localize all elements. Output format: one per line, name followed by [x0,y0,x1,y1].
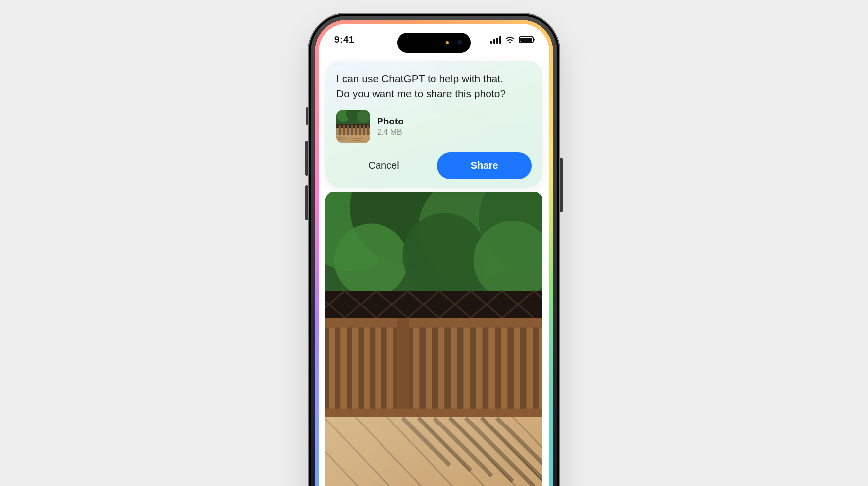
svg-rect-47 [364,327,370,412]
svg-rect-51 [413,327,420,412]
iphone-frame: 9:41 I can use Ch [308,13,560,486]
svg-rect-11 [359,125,361,136]
svg-rect-6 [339,125,341,136]
dialog-message-line2: Do you want me to share this photo? [336,88,506,99]
svg-rect-45 [340,327,347,412]
photo-preview[interactable] [326,192,542,486]
svg-rect-59 [514,327,520,412]
status-time: 9:41 [334,34,354,45]
front-camera-icon [457,39,464,46]
svg-rect-10 [355,125,357,136]
svg-rect-55 [463,327,470,412]
attachment-row: Photo 2.4 MB [336,110,532,143]
share-button[interactable]: Share [437,152,532,179]
svg-rect-57 [488,327,495,412]
siri-glow-border: 9:41 I can use Ch [315,20,553,486]
svg-rect-60 [527,327,533,412]
cellular-signal-icon [490,36,501,44]
svg-rect-12 [363,125,365,136]
svg-rect-52 [426,327,432,412]
svg-rect-79 [326,417,542,486]
dialog-message-line1: I can use ChatGPT to help with that. [336,73,503,84]
svg-rect-54 [451,327,457,412]
svg-rect-13 [367,125,369,136]
mic-indicator-dot-icon [446,41,449,44]
svg-rect-62 [326,409,542,417]
svg-rect-8 [347,125,349,136]
svg-rect-9 [351,125,353,136]
svg-point-22 [334,223,408,297]
svg-point-3 [357,110,370,123]
svg-rect-56 [476,327,483,412]
svg-rect-14 [336,135,370,143]
attachment-title: Photo [377,116,404,127]
svg-rect-50 [397,318,409,418]
svg-rect-49 [387,327,393,412]
svg-rect-61 [539,327,542,412]
svg-rect-7 [343,125,345,136]
siri-share-dialog: I can use ChatGPT to help with that. Do … [326,61,542,188]
attachment-thumbnail[interactable] [336,110,370,143]
wifi-icon [505,36,515,43]
svg-rect-58 [501,327,508,412]
volume-down-button[interactable] [305,185,308,220]
mute-switch[interactable] [306,107,308,125]
svg-rect-46 [352,327,359,412]
svg-rect-44 [329,327,335,412]
battery-icon [519,36,534,43]
svg-rect-53 [438,327,444,412]
cancel-button[interactable]: Cancel [336,152,431,179]
volume-up-button[interactable] [305,141,308,176]
dynamic-island[interactable] [397,33,471,53]
side-button[interactable] [560,158,563,212]
attachment-size: 2.4 MB [377,128,404,137]
svg-rect-48 [375,327,381,412]
dialog-message: I can use ChatGPT to help with that. Do … [336,71,532,102]
svg-rect-41 [326,318,542,327]
